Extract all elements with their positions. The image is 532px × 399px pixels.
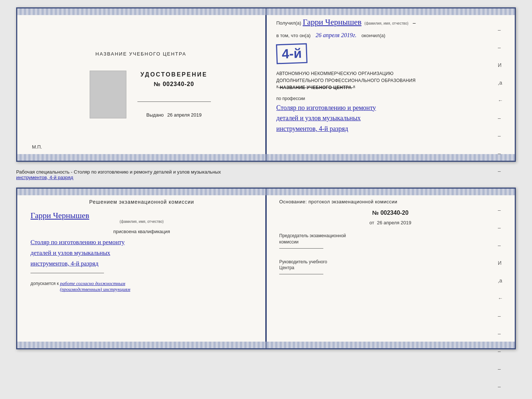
poluchil-label: Получил(а) bbox=[276, 20, 301, 26]
resheniem-title: Решением экзаменационной комиссии bbox=[30, 199, 253, 205]
dopuskaetsya-block: допускается к работе согласно должностны… bbox=[30, 281, 253, 292]
rukovoditel-label: Руководитель учебного bbox=[279, 259, 502, 265]
profession-line1: Столяр по изготовлению и ремонту bbox=[276, 103, 503, 113]
prisvoena-text: присвоена квалификация bbox=[30, 229, 253, 234]
rukovoditel-sign-line bbox=[279, 274, 323, 274]
top-left-page: НАЗВАНИЕ УЧЕБНОГО ЦЕНТРА УДОСТОВЕРЕНИЕ №… bbox=[17, 8, 265, 161]
stamp-block: 4-й bbox=[276, 42, 503, 67]
profession-line3: инструментов, 4-й разряд bbox=[276, 124, 503, 134]
predsedatel-block: Председатель экзаменационной комиссии bbox=[279, 233, 502, 249]
right-dashes-bottom: – – – И ,а ← – – – – – bbox=[498, 207, 503, 389]
komissii-label: комиссии bbox=[279, 239, 502, 245]
cert-center-block: УДОСТОВЕРЕНИЕ № 002340-20 Выдано 26 апре… bbox=[137, 71, 211, 118]
person-name-block: Гарри Чернышев (фамилия, имя, отчество) bbox=[30, 211, 253, 224]
v-tom-block: в том, что он(а) 26 апреля 2019г. окончи… bbox=[276, 32, 503, 39]
stamp: 4-й bbox=[276, 43, 308, 64]
ot-line: от 26 апреля 2019 bbox=[279, 220, 502, 225]
person-name-handwritten: Гарри Чернышев bbox=[30, 211, 253, 220]
top-border-decoration bbox=[17, 8, 515, 15]
profession-line2: деталей и узлов музыкальных bbox=[276, 113, 503, 124]
vydano-date: 26 апреля 2019 bbox=[167, 112, 202, 118]
protocol-number: № 002340-20 bbox=[279, 210, 502, 216]
bottom-border-decoration bbox=[17, 154, 515, 161]
dopuskaetsya-text1: работе согласно должностным bbox=[60, 281, 125, 286]
ot-label: от bbox=[369, 220, 374, 225]
profession-block: Столяр по изготовлению и ремонту деталей… bbox=[276, 103, 503, 134]
osnovanie-title: Основание: протокол экзаменационной коми… bbox=[279, 199, 502, 204]
rukovoditel-block: Руководитель учебного Центра bbox=[279, 259, 502, 275]
number-value: 002340-20 bbox=[380, 210, 409, 216]
stamp-number: 4-й bbox=[281, 47, 302, 61]
v-tom-date: 26 апреля 2019г. bbox=[316, 32, 356, 38]
top-document-spread: НАЗВАНИЕ УЧЕБНОГО ЦЕНТРА УДОСТОВЕРЕНИЕ №… bbox=[16, 7, 516, 162]
predsedatel-label: Председатель экзаменационной bbox=[279, 233, 502, 239]
subtitle-text-underlined: инструментов, 4-й разряд bbox=[16, 175, 73, 180]
dopuskaetsya-text2: (производственным) инструкциям bbox=[60, 286, 130, 292]
recipient-block: Получил(а) Гарри Чернышев (фамилия, имя,… bbox=[276, 17, 503, 27]
qual-line2: деталей и узлов музыкальных bbox=[30, 248, 253, 259]
institution-label: НАЗВАНИЕ УЧЕБНОГО ЦЕНТРА bbox=[96, 51, 186, 57]
vydano-label: Выдано bbox=[146, 112, 163, 118]
top-right-page: Получил(а) Гарри Чернышев (фамилия, имя,… bbox=[265, 8, 515, 161]
qual-line3: инструментов, 4-й разряд bbox=[30, 259, 253, 269]
ot-date: 26 апреля 2019 bbox=[377, 220, 411, 225]
separator-line bbox=[137, 101, 211, 102]
mp-label: М.П. bbox=[32, 144, 42, 150]
cert-number-value: 002340-20 bbox=[163, 81, 194, 87]
org-line3: " НАЗВАНИЕ УЧЕБНОГО ЦЕНТРА " bbox=[276, 84, 503, 91]
centra-label: Центра bbox=[279, 265, 502, 271]
okonchil-label: окончил(а) bbox=[362, 33, 385, 38]
qual-separator bbox=[30, 273, 104, 273]
fio-sublabel-top: (фамилия, имя, отчество) bbox=[364, 21, 409, 25]
org-line2: ДОПОЛНИТЕЛЬНОГО ПРОФЕССИОНАЛЬНОГО ОБРАЗО… bbox=[276, 77, 503, 84]
cert-number-symbol: № bbox=[154, 81, 161, 87]
bottom-left-page: Решением экзаменационной комиссии Гарри … bbox=[17, 189, 266, 348]
qual-line1: Столяр по изготовлению и ремонту bbox=[30, 237, 253, 248]
vydano-line: Выдано 26 апреля 2019 bbox=[146, 112, 201, 118]
number-label: № bbox=[372, 210, 379, 216]
org-block: АВТОНОМНУЮ НЕКОММЕРЧЕСКУЮ ОРГАНИЗАЦИЮ ДО… bbox=[276, 70, 503, 92]
cert-number: № 002340-20 bbox=[154, 81, 194, 88]
photo-placeholder bbox=[90, 71, 126, 118]
bottom-top-border bbox=[17, 189, 515, 195]
recipient-name: Гарри Чернышев bbox=[303, 17, 362, 26]
qualification-block: Столяр по изготовлению и ремонту деталей… bbox=[30, 237, 253, 269]
po-professii-label: по профессии bbox=[276, 96, 503, 101]
right-side-dashes: – – И ,а ← – – – – bbox=[498, 27, 503, 174]
dopuskaetsya-label: допускается к bbox=[30, 281, 59, 286]
bottom-document-spread: Решением экзаменационной комиссии Гарри … bbox=[16, 188, 516, 349]
org-line1: АВТОНОМНУЮ НЕКОММЕРЧЕСКУЮ ОРГАНИЗАЦИЮ bbox=[276, 70, 503, 77]
bottom-bottom-border bbox=[17, 342, 515, 348]
cert-type-label: УДОСТОВЕРЕНИЕ bbox=[140, 71, 207, 78]
subtitle-text-before: Рабочая специальность - Столяр по изгото… bbox=[16, 169, 221, 175]
predsedatel-sign-line bbox=[279, 248, 323, 249]
bottom-right-page: Основание: протокол экзаменационной коми… bbox=[266, 189, 515, 348]
subtitle-bar: Рабочая специальность - Столяр по изгото… bbox=[16, 168, 516, 182]
v-tom-label: в том, что он(а) bbox=[276, 33, 310, 38]
